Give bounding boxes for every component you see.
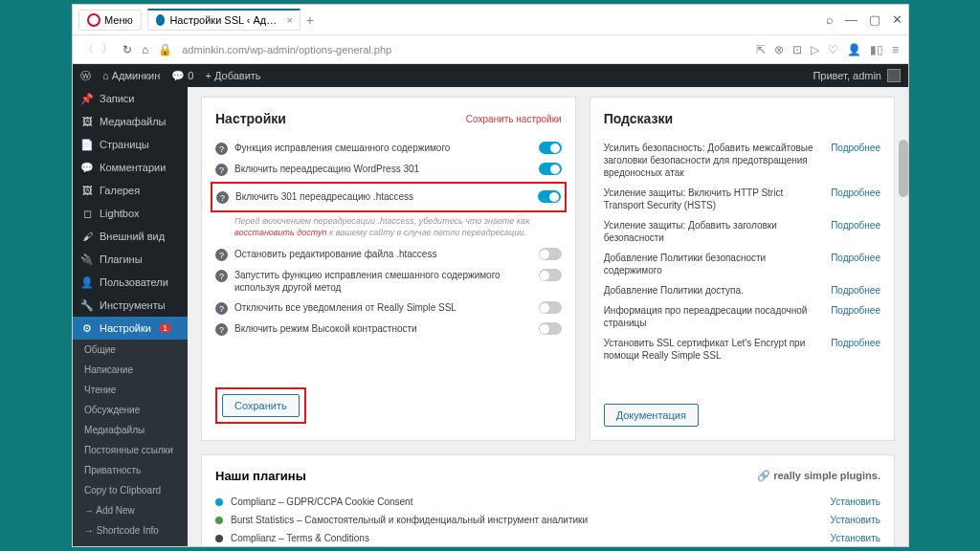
ext-icon[interactable]: ⊡ [792, 43, 802, 56]
new-tab-button[interactable]: + [306, 12, 314, 28]
setting-row: ?Включить 301 переадресацию .htaccess [216, 187, 561, 208]
maximize-icon[interactable]: ▢ [869, 12, 880, 27]
sidebar-subitem[interactable]: → Add New [73, 500, 188, 520]
bookmark-icon[interactable]: ♡ [828, 43, 838, 56]
install-link[interactable]: Установить [831, 496, 881, 507]
sidebar-subitem[interactable]: Общие [73, 340, 188, 360]
toggle[interactable] [539, 142, 562, 154]
more-link[interactable]: Подробнее [831, 337, 880, 362]
lock-icon: 🔒 [158, 43, 172, 56]
toggle[interactable] [539, 322, 562, 335]
browser-titlebar: Меню Настройки SSL ‹ Админки...× + ⌕ — ▢… [73, 5, 908, 35]
close-window-icon[interactable]: ✕ [892, 12, 902, 27]
docs-button[interactable]: Документация [604, 404, 699, 427]
help-icon[interactable]: ? [215, 302, 228, 315]
tips-panel: Подсказки Усилить безопасность: Добавить… [590, 97, 895, 441]
greeting[interactable]: Привет, admin [813, 70, 881, 81]
brand-label: 🔗 really simple plugins. [757, 470, 880, 482]
close-tab-icon[interactable]: × [287, 14, 292, 26]
sidebar-item[interactable]: 🖼Медиафайлы [73, 110, 188, 133]
sidebar-item[interactable]: 🖼Галерея [73, 179, 188, 202]
more-link[interactable]: Подробнее [831, 187, 880, 211]
profile-icon[interactable]: 👤 [847, 43, 861, 56]
minimize-icon[interactable]: — [845, 12, 858, 27]
settings-panel: НастройкиСохранить настройки ?Функция ис… [201, 97, 576, 441]
install-link[interactable]: Установить [831, 533, 881, 543]
add-new-link[interactable]: + Добавить [205, 70, 260, 81]
battery-icon[interactable]: ▮▯ [870, 43, 883, 56]
browser-tab[interactable]: Настройки SSL ‹ Админки...× [147, 9, 301, 31]
ext-icon[interactable]: ⊗ [774, 43, 784, 56]
setting-row: ?Включить режим Высокой контрастности [215, 319, 562, 340]
sidebar-item[interactable]: 📄Страницы [73, 133, 188, 156]
sidebar-item[interactable]: 💬Комментарии [73, 156, 188, 179]
site-link[interactable]: ⌂ Админкин [102, 70, 160, 81]
sidebar-subitem[interactable]: Copy to Clipboard [73, 480, 188, 500]
sidebar-subitem[interactable]: Постоянные ссылки [73, 440, 188, 460]
save-button[interactable]: Сохранить [222, 394, 300, 417]
sidebar-subitem-ssl[interactable]: SSL 1 [73, 540, 188, 546]
tip-row: Усиление защиты: Включить HTTP Strict Tr… [604, 183, 880, 215]
scrollbar[interactable] [899, 140, 908, 197]
content-area: НастройкиСохранить настройки ?Функция ис… [188, 87, 908, 546]
tip-row: Усилить безопасность: Добавить межсайтов… [604, 138, 880, 183]
sidebar-item[interactable]: 🔧Инструменты [73, 294, 188, 317]
sidebar-item[interactable]: 🖌Внешний вид [73, 225, 188, 248]
sidebar-item[interactable]: ◻Lightbox [73, 202, 188, 225]
more-link[interactable]: Подробнее [831, 142, 880, 179]
help-icon[interactable]: ? [216, 191, 229, 204]
search-icon[interactable]: ⌕ [826, 12, 834, 27]
ext-icon[interactable]: ▷ [811, 43, 819, 56]
sidebar-subitem[interactable]: Приватность [73, 460, 188, 480]
settings-title: Настройки [215, 111, 286, 126]
sidebar-item[interactable]: 🔌Плагины [73, 248, 188, 271]
tip-row: Информация про переадресации посадочной … [604, 300, 880, 333]
plugin-row: Complianz – Terms & ConditionsУстановить [215, 529, 880, 546]
more-link[interactable]: Подробнее [831, 284, 880, 297]
sidebar-item[interactable]: 👤Пользователи [73, 271, 188, 294]
sidebar-subitem[interactable]: Обсуждение [73, 400, 188, 420]
home-icon[interactable]: ⌂ [142, 43, 148, 56]
sidebar-item[interactable]: ⚙Настройки1 [73, 317, 188, 340]
sidebar-subitem[interactable]: Чтение [73, 380, 188, 400]
restore-access-link[interactable]: восстановить доступ [234, 228, 327, 237]
help-text: Перед включением переадресации .htaccess… [215, 214, 562, 244]
help-icon[interactable]: ? [215, 270, 228, 282]
comments-link[interactable]: 💬 0 [171, 70, 193, 82]
tip-row: Добавление Политики доступа.Подробнее [604, 280, 880, 300]
sidebar-subitem[interactable]: → Shortcode Info [73, 520, 188, 540]
opera-menu[interactable]: Меню [78, 10, 142, 31]
help-icon[interactable]: ? [215, 249, 228, 261]
more-link[interactable]: Подробнее [831, 304, 880, 329]
more-link[interactable]: Подробнее [831, 252, 880, 276]
menu-icon[interactable]: ≡ [892, 43, 899, 56]
setting-row: ?Отключить все уведомления от Really Sim… [215, 298, 562, 319]
help-icon[interactable]: ? [215, 143, 228, 155]
forward-icon[interactable]: 〉 [101, 41, 113, 57]
reload-icon[interactable]: ↻ [122, 43, 132, 56]
toggle[interactable] [538, 190, 561, 203]
ext-icon[interactable]: ⇱ [756, 43, 766, 56]
url-field[interactable]: adminkin.com/wp-admin/options-general.ph… [182, 44, 746, 55]
plugins-panel: Наши плагины🔗 really simple plugins. Com… [201, 454, 895, 546]
toggle[interactable] [539, 248, 562, 260]
sidebar-subitem[interactable]: Написание [73, 360, 188, 380]
sidebar-subitem[interactable]: Медиафайлы [73, 420, 188, 440]
sidebar-item[interactable]: 📌Записи [73, 87, 188, 110]
avatar[interactable] [887, 69, 901, 82]
back-icon[interactable]: 〈 [82, 41, 94, 57]
plugin-row: Burst Statistics – Самостоятельный и кон… [215, 511, 880, 529]
toggle[interactable] [539, 269, 562, 281]
admin-sidebar: 📌Записи🖼Медиафайлы📄Страницы💬Комментарии🖼… [73, 87, 188, 546]
toggle[interactable] [539, 163, 562, 175]
help-icon[interactable]: ? [215, 164, 228, 176]
install-link[interactable]: Установить [831, 515, 881, 525]
setting-row: ?Функция исправления смешанного содержим… [215, 138, 562, 159]
help-icon[interactable]: ? [215, 323, 228, 336]
more-link[interactable]: Подробнее [831, 219, 880, 244]
toggle[interactable] [539, 301, 562, 314]
wp-admin-bar: ⓦ ⌂ Админкин 💬 0 + Добавить Привет, admi… [73, 64, 908, 87]
plugin-row: Complianz – GDPR/CCPA Cookie ConsentУста… [215, 493, 880, 511]
wp-logo-icon[interactable]: ⓦ [80, 69, 91, 83]
tip-row: Добавление Политики безопасности содержи… [604, 248, 880, 280]
